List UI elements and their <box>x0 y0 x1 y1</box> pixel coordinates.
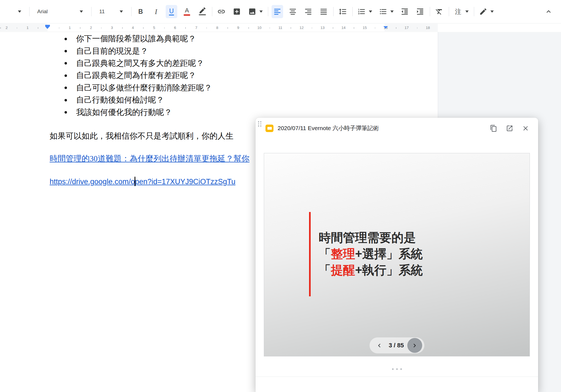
styles-dropdown-caret-button[interactable] <box>14 5 25 18</box>
toolbar-separator <box>29 7 29 16</box>
slide-accent-bar <box>309 212 311 296</box>
numbered-list-button[interactable] <box>356 5 367 18</box>
horizontal-ruler[interactable]: 2 1 1 2 3 4 5 6 7 8 9 10 11 12 13 14 15 … <box>0 24 438 32</box>
align-right-button[interactable] <box>302 5 314 18</box>
decrease-indent-icon <box>401 7 409 16</box>
chevron-down-icon <box>390 10 394 13</box>
ruler-number: 14 <box>341 26 345 30</box>
align-left-icon <box>273 7 281 16</box>
list-item[interactable]: 自己目前的現況是？ <box>65 45 212 57</box>
text-color-icon: A <box>183 7 190 16</box>
bullet-icon <box>65 38 67 40</box>
chevron-down-icon <box>80 10 83 13</box>
preview-actions <box>487 122 532 135</box>
editing-mode-dropdown[interactable] <box>489 5 495 18</box>
bold-button[interactable]: B <box>135 5 146 18</box>
url-text-before-cursor: https://drive.google.com/o <box>50 178 135 186</box>
drag-handle-icon[interactable] <box>258 121 261 127</box>
hide-menus-button[interactable] <box>543 5 554 18</box>
toolbar-separator <box>430 7 430 16</box>
italic-icon: I <box>155 8 157 15</box>
clear-formatting-button[interactable] <box>433 5 445 18</box>
increase-indent-button[interactable] <box>414 5 426 18</box>
align-right-icon <box>304 7 312 16</box>
chevron-down-icon <box>490 10 494 13</box>
toolbar-separator <box>131 7 131 16</box>
list-item[interactable]: 你下一個階段希望以誰為典範呢？ <box>65 33 212 45</box>
ruler-number: 3 <box>111 26 113 30</box>
decrease-indent-button[interactable] <box>399 5 410 18</box>
slide-pagination: 3 / 85 <box>369 337 424 353</box>
clear-formatting-icon <box>435 7 443 16</box>
toolbar-separator <box>268 7 268 16</box>
ruler-number: 17 <box>404 26 409 30</box>
preview-title: 2020/07/11 Evernote 六小時子彈筆記術 <box>278 124 379 132</box>
bulleted-list-dropdown[interactable] <box>389 5 395 18</box>
open-in-new-icon <box>506 125 513 132</box>
document-link[interactable]: 時間管理的30道難題：為什麼列出待辦清單更拖延？幫你 <box>50 154 249 163</box>
list-item[interactable]: 我該如何優化我的行動呢？ <box>65 106 212 118</box>
left-indent-icon <box>45 26 50 29</box>
paragraph[interactable]: 如果可以如此，我相信你不只是考試順利，你的人生 <box>50 131 233 142</box>
insert-link-button[interactable] <box>216 5 227 18</box>
highlighter-icon <box>198 7 206 16</box>
chevron-left-icon <box>375 342 383 349</box>
preview-header[interactable]: 2020/07/11 Evernote 六小時子彈筆記術 <box>256 118 538 139</box>
previous-slide-button[interactable] <box>373 339 385 351</box>
bulleted-list-button[interactable] <box>377 5 389 18</box>
add-box-icon <box>233 7 241 16</box>
ruler-number: 2 <box>90 26 92 30</box>
link-preview-popup: 2020/07/11 Evernote 六小時子彈筆記術 時間管理需要的是 「整… <box>256 118 538 392</box>
underline-button[interactable]: U <box>166 5 177 18</box>
add-comment-button[interactable] <box>231 5 243 18</box>
copy-link-button[interactable] <box>487 122 500 135</box>
bullet-text: 你下一個階段希望以誰為典範呢？ <box>76 33 196 44</box>
ruler-number: 1 <box>69 26 71 30</box>
highlight-color-button[interactable] <box>197 5 208 18</box>
next-slide-button[interactable] <box>407 338 422 353</box>
line-spacing-button[interactable] <box>337 5 348 18</box>
insert-image-dropdown[interactable] <box>258 5 264 18</box>
align-left-button[interactable] <box>272 5 283 18</box>
annotation-icon: 注 <box>455 9 461 15</box>
bullet-icon <box>65 87 67 89</box>
document-url-link[interactable]: https://drive.google.com/open?id=17XUYJ9… <box>50 178 235 186</box>
ruler-number: 12 <box>299 26 304 30</box>
copy-icon <box>490 125 497 132</box>
bullet-text: 自己可以多做些什麼行動消除差距呢？ <box>76 82 212 93</box>
editing-mode-button[interactable] <box>477 5 489 18</box>
ruler-number: 13 <box>320 26 324 30</box>
list-item[interactable]: 自己跟典範之間為什麼有差距呢？ <box>65 69 212 82</box>
bullet-icon <box>65 50 67 52</box>
close-preview-button[interactable] <box>519 122 532 135</box>
italic-button[interactable]: I <box>150 5 162 18</box>
align-center-button[interactable] <box>287 5 299 18</box>
insert-image-button[interactable] <box>246 5 258 18</box>
numbered-list-dropdown[interactable] <box>367 5 374 18</box>
left-indent-marker[interactable] <box>45 25 50 29</box>
list-item[interactable]: 自己行動後如何檢討呢？ <box>65 94 212 106</box>
numbered-list-icon <box>358 7 366 16</box>
bulleted-list-icon <box>379 7 387 16</box>
chevron-right-icon <box>411 342 418 349</box>
annotation-button[interactable]: 注 <box>452 5 464 18</box>
chevron-down-icon <box>18 10 21 13</box>
right-indent-icon <box>383 26 388 29</box>
font-family-value: Arial <box>37 9 48 15</box>
bullet-icon <box>65 62 67 65</box>
open-in-new-tab-button[interactable] <box>503 122 516 135</box>
slide-text: 時間管理需要的是 「整理+選擇」系統 「提醒+執行」系統 <box>319 229 423 278</box>
list-item[interactable]: 自己跟典範之間又有多大的差距呢？ <box>65 57 212 69</box>
justify-button[interactable] <box>318 5 329 18</box>
chevron-down-icon <box>259 10 263 13</box>
font-family-selector[interactable]: Arial <box>33 5 87 18</box>
right-indent-marker[interactable] <box>383 26 388 29</box>
annotation-dropdown[interactable] <box>464 5 470 18</box>
bullet-text: 我該如何優化我的行動呢？ <box>76 107 172 118</box>
slide-page-indicator: 3 / 85 <box>389 342 404 349</box>
list-item[interactable]: 自己可以多做些什麼行動消除差距呢？ <box>65 82 212 94</box>
ruler-number: 18 <box>426 26 430 30</box>
link-icon <box>217 7 226 16</box>
text-color-button[interactable]: A <box>181 5 193 18</box>
font-size-selector[interactable]: 11 <box>95 5 127 18</box>
